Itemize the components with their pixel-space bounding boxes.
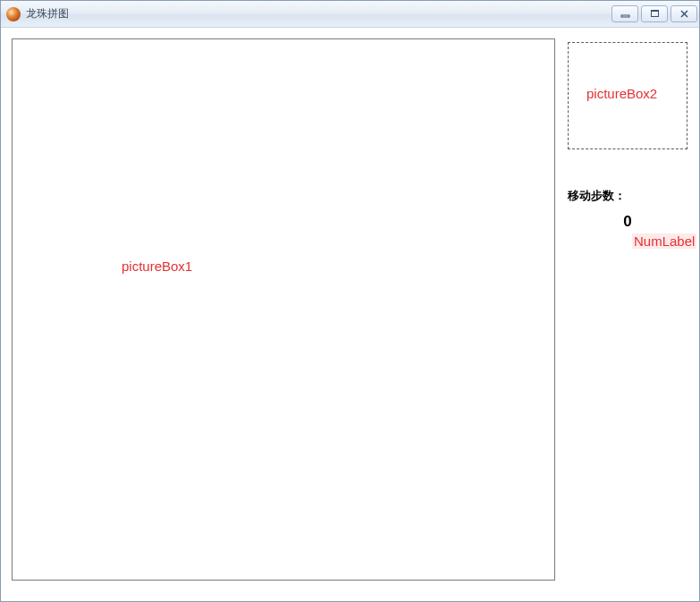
titlebar[interactable]: 龙珠拼图 (1, 1, 699, 28)
client-area: pictureBox1 pictureBox2 移动步数： 0 NumLabel (1, 28, 699, 601)
maximize-button[interactable] (641, 5, 668, 22)
window-controls (611, 5, 697, 22)
close-button[interactable] (670, 5, 697, 22)
minimize-button[interactable] (611, 5, 638, 22)
window-title: 龙珠拼图 (26, 6, 69, 21)
num-label: 0 (568, 213, 687, 231)
picturebox1[interactable] (12, 38, 555, 581)
app-window: 龙珠拼图 pictureBox1 pi (0, 0, 700, 602)
close-icon (679, 9, 690, 19)
minimize-icon (620, 9, 631, 19)
svg-rect-0 (621, 15, 629, 17)
app-icon (6, 7, 21, 21)
picturebox2[interactable] (568, 42, 687, 149)
numlabel-designer-label: NumLabel (632, 233, 696, 249)
title-left: 龙珠拼图 (6, 6, 69, 21)
move-steps-label: 移动步数： (568, 188, 626, 204)
maximize-icon (649, 9, 661, 19)
